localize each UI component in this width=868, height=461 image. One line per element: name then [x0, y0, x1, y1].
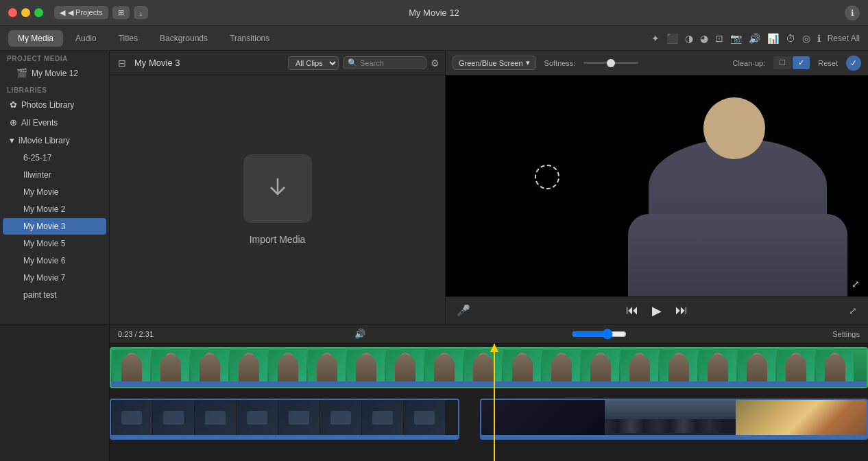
projects-button[interactable]: ◀ ◀ Projects	[54, 6, 108, 19]
maximize-button[interactable]	[34, 8, 43, 17]
color-correction-icon[interactable]: ◑	[685, 33, 693, 44]
sidebar-item-my-movie-5[interactable]: My Movie 5	[3, 235, 106, 252]
primary-track	[110, 344, 868, 392]
window-title: My Movie 12	[409, 8, 459, 18]
scifi-frames	[111, 400, 458, 438]
timeline-header: 0:23 / 2:31 🔊 Settings	[110, 324, 868, 344]
cleanup-label: Clean-up:	[733, 59, 766, 67]
tab-titles[interactable]: Titles	[109, 30, 147, 47]
media-panel: ⊟ My Movie 3 All Clips 🔍 ⚙	[110, 51, 446, 324]
timeline-tracks	[110, 344, 868, 461]
gear-button[interactable]: ⚙	[431, 58, 439, 69]
sidebar-item-project[interactable]: 🎬 My Movie 12	[3, 64, 106, 82]
fullscreen-button[interactable]: ⤢	[849, 305, 857, 316]
timeline-section: 0:23 / 2:31 🔊 Settings	[0, 324, 868, 461]
film-frame	[191, 350, 228, 386]
toolbar-right: ✦ ⬛ ◑ ◕ ⊡ 📷 🔊 📊 ⏱ ◎ ℹ Reset All	[651, 33, 860, 44]
film-frame	[347, 350, 385, 386]
presenter-shoulders	[628, 214, 847, 296]
equalizer-icon[interactable]: 📊	[767, 33, 779, 44]
cleanup-on-button[interactable]: ✓	[793, 56, 810, 69]
magic-wand-icon[interactable]: ✦	[651, 33, 660, 44]
cleanup-toggle: ☐ ✓	[773, 56, 810, 69]
grid-icon: ⊞	[118, 8, 124, 17]
apply-check-icon[interactable]: ✓	[846, 56, 861, 71]
volume-icon: 🔊	[354, 329, 365, 339]
import-label: Import Media	[250, 234, 306, 245]
softness-slider[interactable]	[583, 62, 638, 64]
info-panel-icon[interactable]: ℹ	[817, 33, 821, 44]
panel-toggle-button[interactable]: ⊟	[115, 56, 129, 70]
close-button[interactable]	[8, 8, 17, 17]
selection-circle	[535, 165, 559, 189]
speed-icon[interactable]: ⏱	[786, 33, 795, 44]
sky-segment	[736, 400, 867, 438]
search-input[interactable]	[360, 59, 422, 67]
skip-back-button[interactable]: ⏮	[626, 303, 638, 318]
search-icon: 🔍	[348, 58, 357, 67]
sidebar-item-all-events[interactable]: ⊕ All Events	[3, 114, 106, 131]
keying-effect-select[interactable]: Green/Blue Screen ▾	[453, 56, 536, 70]
skip-forward-button[interactable]: ⏭	[675, 303, 688, 318]
audio-icon[interactable]: 🔊	[749, 33, 760, 44]
cleanup-off-button[interactable]: ☐	[773, 56, 791, 69]
tab-audio[interactable]: Audio	[66, 30, 106, 47]
sidebar-item-paint-test[interactable]: paint test	[3, 287, 106, 303]
sidebar-item-my-movie-3[interactable]: My Movie 3	[3, 218, 106, 235]
microphone-button[interactable]: 🎤	[457, 304, 470, 317]
minimize-button[interactable]	[21, 8, 30, 17]
reset-all-button[interactable]: Reset All	[828, 34, 860, 43]
film-frame	[620, 350, 658, 386]
info-icon: ℹ	[851, 8, 854, 18]
sidebar-item-photos[interactable]: ✿ Photos Library	[3, 96, 106, 113]
grid-view-button[interactable]: ⊞	[112, 6, 130, 19]
timeline-sidebar	[0, 324, 110, 461]
project-media-label: PROJECT MEDIA	[0, 51, 109, 64]
fullscreen-expand-button[interactable]: ⤢	[849, 277, 863, 291]
import-media-button[interactable]	[243, 154, 312, 223]
sidebar-item-6-25-17[interactable]: 6-25-17	[3, 150, 106, 166]
presenter-head	[703, 97, 765, 159]
sidebar-item-my-movie[interactable]: My Movie	[3, 184, 106, 200]
sidebar-item-my-movie-2[interactable]: My Movie 2	[3, 201, 106, 217]
mid-section: PROJECT MEDIA 🎬 My Movie 12 LIBRARIES ✿ …	[0, 51, 868, 324]
secondary-track-left[interactable]	[110, 399, 459, 440]
secondary-track-right[interactable]	[480, 399, 868, 440]
tab-transitions[interactable]: Transitions	[220, 30, 279, 47]
playhead[interactable]	[494, 344, 495, 461]
sidebar-item-imovie-library[interactable]: ▾ iMovie Library	[3, 132, 106, 149]
chevron-down-icon: ▾	[10, 135, 14, 145]
film-frame	[425, 350, 463, 386]
sidebar-item-illwinter[interactable]: Illwinter	[3, 167, 106, 183]
film-frame	[386, 350, 424, 386]
download-button[interactable]: ↓	[134, 6, 149, 19]
scifi-frame	[111, 400, 152, 436]
sidebar: PROJECT MEDIA 🎬 My Movie 12 LIBRARIES ✿ …	[0, 51, 110, 324]
softness-label: Softness:	[544, 59, 576, 67]
tab-bar: My Media Audio Titles Backgrounds Transi…	[0, 26, 868, 51]
tab-backgrounds[interactable]: Backgrounds	[150, 30, 217, 47]
film-frame	[581, 350, 619, 386]
secondary-track	[110, 395, 868, 443]
import-area: Import Media	[110, 75, 445, 324]
sidebar-item-my-movie-7[interactable]: My Movie 7	[3, 270, 106, 286]
city-segment	[605, 400, 736, 438]
reset-button[interactable]: Reset	[818, 59, 838, 67]
sidebar-item-my-movie-6[interactable]: My Movie 6	[3, 252, 106, 269]
scifi-frame	[153, 400, 194, 436]
film-frame	[152, 350, 189, 386]
transform-icon[interactable]: ⊡	[715, 33, 723, 44]
film-frame	[738, 350, 775, 386]
crop-icon[interactable]: ⬛	[666, 33, 678, 44]
play-button[interactable]: ▶	[652, 303, 662, 318]
keying-controls: Green/Blue Screen ▾ Softness: Clean-up: …	[446, 51, 868, 75]
timeline-zoom-slider[interactable]	[572, 329, 627, 340]
info-button[interactable]: ℹ	[845, 5, 860, 21]
primary-track-inner[interactable]	[110, 347, 868, 388]
color-wheel-icon[interactable]: ◕	[700, 33, 708, 44]
tab-my-media[interactable]: My Media	[8, 30, 63, 47]
clips-filter-select[interactable]: All Clips	[288, 56, 339, 70]
timeline-settings-button[interactable]: Settings	[832, 330, 860, 338]
filter-icon[interactable]: ◎	[802, 33, 810, 44]
camera-icon[interactable]: 📷	[730, 33, 742, 44]
